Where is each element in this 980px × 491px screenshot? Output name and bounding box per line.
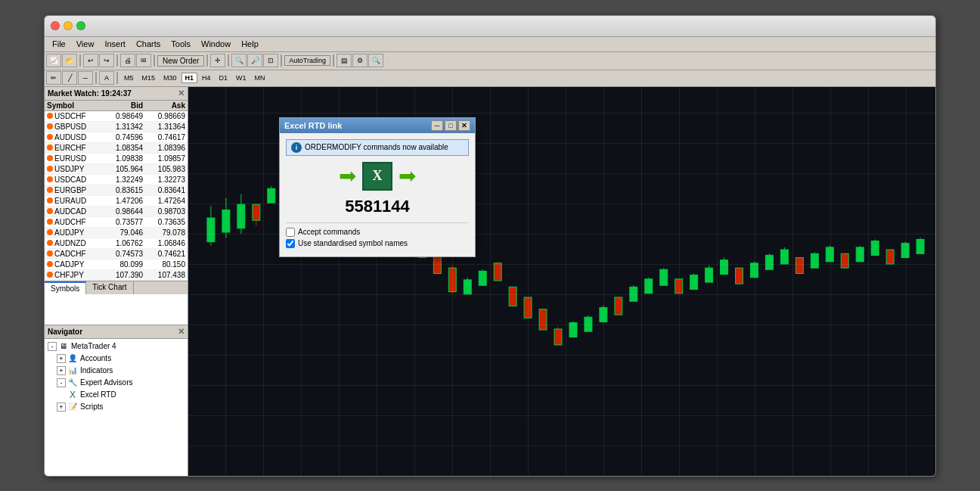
nav-item-root[interactable]: - 🖥 MetaTrader 4 <box>46 340 186 353</box>
bid-cell: 1.31342 <box>103 121 145 132</box>
table-row[interactable]: EURCHF 1.08354 1.08396 <box>45 142 188 153</box>
maximize-button[interactable] <box>76 21 85 30</box>
symbol-name: AUDCAD <box>54 207 86 216</box>
table-row[interactable]: EURUSD 1.09838 1.09857 <box>45 153 188 163</box>
symbol-cell: USDCHF <box>45 110 103 121</box>
table-row[interactable]: EURGBP 0.83615 0.83641 <box>45 185 188 195</box>
zoom-out-button[interactable]: 🔎 <box>247 54 262 67</box>
new-order-button[interactable]: New Order <box>157 55 204 67</box>
table-row[interactable]: AUDCAD 0.98644 0.98703 <box>45 206 188 216</box>
menu-window[interactable]: Window <box>197 38 235 50</box>
tf-d1[interactable]: D1 <box>216 73 232 83</box>
tf-m5[interactable]: M5 <box>120 73 138 83</box>
new-chart-button[interactable]: 📈 <box>46 54 61 67</box>
symbol-dot <box>47 272 53 278</box>
symbol-name: EURGBP <box>54 186 86 194</box>
redo-button[interactable]: ↪ <box>99 54 114 67</box>
symbol-dot <box>47 229 53 235</box>
menu-charts[interactable]: Charts <box>132 38 165 50</box>
separator-2 <box>116 54 118 67</box>
fit-button[interactable]: ⊡ <box>263 54 278 67</box>
close-button[interactable] <box>51 21 60 30</box>
nav-item-scripts[interactable]: + 📝 Scripts <box>46 401 186 413</box>
undo-button[interactable]: ↩ <box>83 54 98 67</box>
accept-commands-checkbox[interactable] <box>286 228 295 237</box>
settings-button[interactable]: ⚙ <box>352 54 368 67</box>
nav-icon-scripts: 📝 <box>67 402 78 412</box>
nav-expander-indicators[interactable]: + <box>57 366 66 375</box>
standardised-symbols-checkbox[interactable] <box>286 239 295 248</box>
bid-cell: 0.98649 <box>103 110 145 121</box>
table-row[interactable]: CHFJPY 107.390 107.438 <box>45 269 188 280</box>
nav-item-accounts[interactable]: + 👤 Accounts <box>46 353 186 365</box>
menu-view[interactable]: View <box>72 38 99 50</box>
tf-m30[interactable]: M30 <box>160 73 181 83</box>
tf-w1[interactable]: W1 <box>232 73 250 83</box>
search-button[interactable]: 🔍 <box>368 54 383 67</box>
table-row[interactable]: AUDJPY 79.046 79.078 <box>45 227 188 238</box>
draw-tool[interactable]: ✏ <box>46 71 61 85</box>
table-row[interactable]: AUDNZD 1.06762 1.06846 <box>45 238 188 248</box>
dialog-minimize-button[interactable]: ─ <box>431 120 443 131</box>
dialog-maximize-button[interactable]: □ <box>445 120 457 131</box>
terminal-button[interactable]: ▤ <box>336 54 352 67</box>
main-area: Market Watch: 19:24:37 ✕ Symbol Bid Ask <box>45 87 935 476</box>
standardised-symbols-label: Use standardised symbol names <box>298 239 408 247</box>
ask-cell: 1.32273 <box>145 174 188 185</box>
tf-m15[interactable]: M15 <box>138 73 160 83</box>
menu-file[interactable]: File <box>48 38 70 50</box>
nav-expander-scripts[interactable]: + <box>57 402 66 412</box>
autotrading-button[interactable]: AutoTrading <box>284 55 330 66</box>
ask-cell: 1.06846 <box>145 238 188 248</box>
chart-area[interactable]: Excel RTD link ─ □ ✕ i <box>188 87 935 476</box>
table-row[interactable]: CADJPY 80.099 80.150 <box>45 259 188 269</box>
nav-item-experts[interactable]: - 🔧 Expert Advisors <box>46 377 186 389</box>
table-row[interactable]: CADCHF 0.74573 0.74621 <box>45 248 188 259</box>
tab-tick-chart[interactable]: Tick Chart <box>86 281 133 294</box>
nav-item-excel-rtd[interactable]: X Excel RTD <box>46 389 186 401</box>
tab-symbols[interactable]: Symbols <box>45 281 86 294</box>
nav-label-excel-rtd: Excel RTD <box>80 390 116 399</box>
nav-expander-root[interactable]: - <box>48 342 57 351</box>
table-row[interactable]: USDCHF 0.98649 0.98669 <box>45 110 188 121</box>
menu-insert[interactable]: Insert <box>100 38 130 50</box>
new-order-label: New Order <box>163 57 199 65</box>
table-row[interactable]: EURAUD 1.47206 1.47264 <box>45 195 188 206</box>
navigator-close[interactable]: ✕ <box>178 327 185 337</box>
nav-item-indicators[interactable]: + 📊 Indicators <box>46 365 186 377</box>
zoom-in-button[interactable]: 🔍 <box>231 54 247 67</box>
symbol-cell: AUDJPY <box>45 227 103 238</box>
tf-mn[interactable]: MN <box>251 73 269 83</box>
menu-tools[interactable]: Tools <box>166 38 195 50</box>
menu-help[interactable]: Help <box>237 38 263 50</box>
symbol-dot <box>47 240 53 246</box>
nav-icon-accounts: 👤 <box>67 353 78 364</box>
market-watch-close[interactable]: ✕ <box>178 89 185 98</box>
symbol-cell: USDJPY <box>45 163 103 174</box>
market-table: Symbol Bid Ask USDCHF 0.98649 0.98669 <box>45 101 188 281</box>
table-row[interactable]: GBPUSD 1.31342 1.31364 <box>45 121 188 132</box>
nav-expander-accounts[interactable]: + <box>57 354 66 363</box>
print-button[interactable]: 🖨 <box>120 54 135 67</box>
text-tool[interactable]: A <box>99 71 114 85</box>
nav-icon-experts: 🔧 <box>67 378 78 388</box>
symbol-name: USDCAD <box>54 176 86 184</box>
table-row[interactable]: USDCAD 1.32249 1.32273 <box>45 174 188 185</box>
open-button[interactable]: 📂 <box>62 54 77 67</box>
table-row[interactable]: USDJPY 105.964 105.983 <box>45 163 188 174</box>
bid-cell: 0.98644 <box>103 206 145 216</box>
crosshair-button[interactable]: ✛ <box>210 54 225 67</box>
nav-label-indicators: Indicators <box>80 366 113 374</box>
line-tool[interactable]: ╱ <box>62 71 77 85</box>
nav-expander-experts[interactable]: - <box>57 378 66 387</box>
hline-tool[interactable]: ─ <box>78 71 93 85</box>
table-row[interactable]: AUDUSD 0.74596 0.74617 <box>45 132 188 142</box>
email-button[interactable]: ✉ <box>136 54 151 67</box>
tf-h1[interactable]: H1 <box>181 73 198 83</box>
dialog-close-button[interactable]: ✕ <box>458 120 470 131</box>
table-row[interactable]: AUDCHF 0.73577 0.73635 <box>45 216 188 227</box>
minimize-button[interactable] <box>64 21 73 30</box>
autotrading-label: AutoTrading <box>289 57 326 64</box>
separator-5 <box>228 54 229 67</box>
tf-h4[interactable]: H4 <box>198 73 215 83</box>
